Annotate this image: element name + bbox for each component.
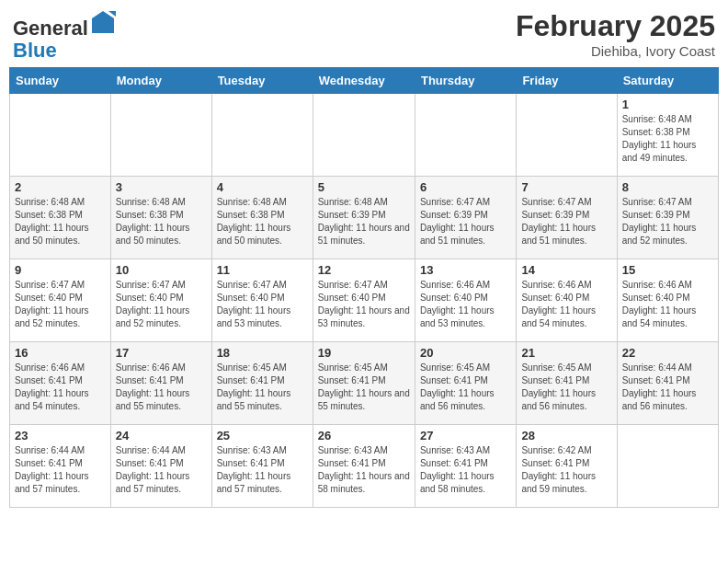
calendar-cell: 20Sunrise: 6:45 AM Sunset: 6:41 PM Dayli…: [415, 342, 516, 425]
day-number: 11: [217, 263, 308, 277]
day-info: Sunrise: 6:47 AM Sunset: 6:39 PM Dayligh…: [521, 196, 611, 247]
title-block: February 2025 Diehiba, Ivory Coast: [516, 9, 715, 59]
day-number: 13: [420, 263, 511, 277]
day-info: Sunrise: 6:48 AM Sunset: 6:38 PM Dayligh…: [15, 196, 106, 247]
calendar-cell: 10Sunrise: 6:47 AM Sunset: 6:40 PM Dayli…: [110, 259, 211, 342]
calendar-cell: 12Sunrise: 6:47 AM Sunset: 6:40 PM Dayli…: [313, 259, 415, 342]
day-info: Sunrise: 6:48 AM Sunset: 6:38 PM Dayligh…: [217, 196, 308, 247]
day-info: Sunrise: 6:46 AM Sunset: 6:41 PM Dayligh…: [116, 362, 207, 413]
logo: General Blue: [13, 9, 116, 62]
calendar-cell: [415, 94, 516, 177]
weekday-header: Tuesday: [211, 68, 313, 94]
calendar-cell: [110, 94, 211, 177]
day-number: 22: [622, 346, 713, 360]
day-info: Sunrise: 6:44 AM Sunset: 6:41 PM Dayligh…: [15, 444, 106, 496]
day-info: Sunrise: 6:47 AM Sunset: 6:40 PM Dayligh…: [318, 279, 410, 330]
calendar-cell: 23Sunrise: 6:44 AM Sunset: 6:41 PM Dayli…: [10, 425, 111, 508]
day-number: 19: [318, 346, 410, 360]
day-info: Sunrise: 6:46 AM Sunset: 6:40 PM Dayligh…: [521, 279, 611, 330]
calendar-cell: 22Sunrise: 6:44 AM Sunset: 6:41 PM Dayli…: [617, 342, 718, 425]
day-info: Sunrise: 6:48 AM Sunset: 6:38 PM Dayligh…: [622, 113, 713, 165]
weekday-header: Monday: [110, 68, 211, 94]
day-number: 23: [15, 429, 106, 442]
weekday-header: Thursday: [415, 68, 516, 94]
weekday-header: Friday: [517, 68, 617, 94]
location-subtitle: Diehiba, Ivory Coast: [516, 43, 715, 59]
day-number: 24: [116, 429, 207, 442]
day-number: 28: [521, 429, 611, 442]
svg-marker-0: [92, 11, 114, 33]
logo-general: General: [13, 17, 88, 40]
day-number: 26: [318, 429, 410, 442]
day-number: 16: [15, 346, 106, 360]
day-info: Sunrise: 6:43 AM Sunset: 6:41 PM Dayligh…: [420, 444, 511, 496]
logo-blue: Blue: [13, 39, 57, 62]
day-info: Sunrise: 6:48 AM Sunset: 6:39 PM Dayligh…: [318, 196, 410, 247]
month-year-title: February 2025: [516, 9, 715, 43]
day-info: Sunrise: 6:48 AM Sunset: 6:38 PM Dayligh…: [116, 196, 207, 247]
calendar-cell: 9Sunrise: 6:47 AM Sunset: 6:40 PM Daylig…: [10, 259, 111, 342]
calendar-cell: 2Sunrise: 6:48 AM Sunset: 6:38 PM Daylig…: [10, 177, 111, 259]
calendar-cell: 4Sunrise: 6:48 AM Sunset: 6:38 PM Daylig…: [211, 177, 313, 259]
weekday-header: Sunday: [10, 68, 111, 94]
calendar-cell: 11Sunrise: 6:47 AM Sunset: 6:40 PM Dayli…: [211, 259, 313, 342]
day-number: 2: [15, 180, 106, 194]
calendar-cell: 14Sunrise: 6:46 AM Sunset: 6:40 PM Dayli…: [517, 259, 617, 342]
day-number: 15: [622, 263, 713, 277]
day-number: 14: [521, 263, 611, 277]
day-info: Sunrise: 6:46 AM Sunset: 6:40 PM Dayligh…: [420, 279, 511, 330]
calendar-cell: [10, 94, 111, 177]
calendar-cell: 25Sunrise: 6:43 AM Sunset: 6:41 PM Dayli…: [211, 425, 313, 508]
day-number: 21: [521, 346, 611, 360]
day-info: Sunrise: 6:47 AM Sunset: 6:39 PM Dayligh…: [622, 196, 713, 247]
day-info: Sunrise: 6:44 AM Sunset: 6:41 PM Dayligh…: [622, 362, 713, 413]
weekday-header: Wednesday: [313, 68, 415, 94]
calendar-cell: 24Sunrise: 6:44 AM Sunset: 6:41 PM Dayli…: [110, 425, 211, 508]
calendar-cell: 5Sunrise: 6:48 AM Sunset: 6:39 PM Daylig…: [313, 177, 415, 259]
weekday-header: Saturday: [617, 68, 718, 94]
logo-icon: [90, 9, 116, 35]
calendar-cell: 7Sunrise: 6:47 AM Sunset: 6:39 PM Daylig…: [517, 177, 617, 259]
calendar-cell: 16Sunrise: 6:46 AM Sunset: 6:41 PM Dayli…: [10, 342, 111, 425]
day-number: 12: [318, 263, 410, 277]
day-info: Sunrise: 6:47 AM Sunset: 6:39 PM Dayligh…: [420, 196, 511, 247]
calendar-cell: [313, 94, 415, 177]
day-info: Sunrise: 6:43 AM Sunset: 6:41 PM Dayligh…: [217, 444, 308, 496]
calendar-cell: 6Sunrise: 6:47 AM Sunset: 6:39 PM Daylig…: [415, 177, 516, 259]
page-header: General Blue February 2025 Diehiba, Ivor…: [9, 9, 719, 62]
day-number: 9: [15, 263, 106, 277]
day-number: 1: [622, 98, 713, 111]
calendar-cell: 15Sunrise: 6:46 AM Sunset: 6:40 PM Dayli…: [617, 259, 718, 342]
calendar-cell: 21Sunrise: 6:45 AM Sunset: 6:41 PM Dayli…: [517, 342, 617, 425]
day-info: Sunrise: 6:47 AM Sunset: 6:40 PM Dayligh…: [217, 279, 308, 330]
day-number: 5: [318, 180, 410, 194]
day-number: 20: [420, 346, 511, 360]
calendar-cell: 18Sunrise: 6:45 AM Sunset: 6:41 PM Dayli…: [211, 342, 313, 425]
day-info: Sunrise: 6:45 AM Sunset: 6:41 PM Dayligh…: [521, 362, 611, 413]
day-number: 4: [217, 180, 308, 194]
day-number: 8: [622, 180, 713, 194]
calendar-cell: 8Sunrise: 6:47 AM Sunset: 6:39 PM Daylig…: [617, 177, 718, 259]
day-info: Sunrise: 6:45 AM Sunset: 6:41 PM Dayligh…: [420, 362, 511, 413]
day-info: Sunrise: 6:47 AM Sunset: 6:40 PM Dayligh…: [116, 279, 207, 330]
calendar-cell: 26Sunrise: 6:43 AM Sunset: 6:41 PM Dayli…: [313, 425, 415, 508]
day-number: 18: [217, 346, 308, 360]
calendar-cell: 1Sunrise: 6:48 AM Sunset: 6:38 PM Daylig…: [617, 94, 718, 177]
day-number: 7: [521, 180, 611, 194]
calendar-cell: 13Sunrise: 6:46 AM Sunset: 6:40 PM Dayli…: [415, 259, 516, 342]
day-info: Sunrise: 6:46 AM Sunset: 6:41 PM Dayligh…: [15, 362, 106, 413]
day-number: 10: [116, 263, 207, 277]
day-number: 6: [420, 180, 511, 194]
calendar-cell: [617, 425, 718, 508]
calendar-table: SundayMondayTuesdayWednesdayThursdayFrid…: [9, 67, 719, 508]
calendar-cell: 28Sunrise: 6:42 AM Sunset: 6:41 PM Dayli…: [517, 425, 617, 508]
calendar-cell: 17Sunrise: 6:46 AM Sunset: 6:41 PM Dayli…: [110, 342, 211, 425]
day-number: 17: [116, 346, 207, 360]
day-info: Sunrise: 6:42 AM Sunset: 6:41 PM Dayligh…: [521, 444, 611, 496]
day-number: 3: [116, 180, 207, 194]
day-number: 27: [420, 429, 511, 442]
calendar-cell: [517, 94, 617, 177]
day-info: Sunrise: 6:46 AM Sunset: 6:40 PM Dayligh…: [622, 279, 713, 330]
day-info: Sunrise: 6:45 AM Sunset: 6:41 PM Dayligh…: [318, 362, 410, 413]
calendar-cell: 27Sunrise: 6:43 AM Sunset: 6:41 PM Dayli…: [415, 425, 516, 508]
